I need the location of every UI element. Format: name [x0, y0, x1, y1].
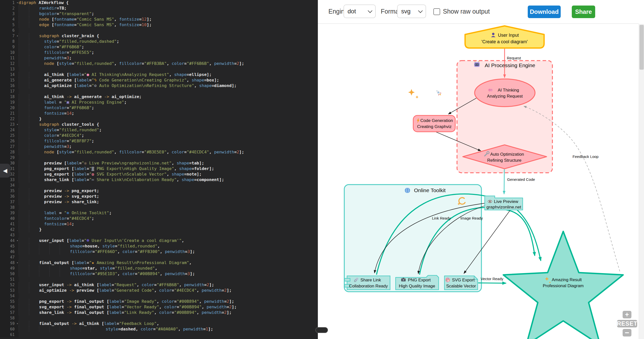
format-select[interactable]: svg [397, 5, 426, 18]
code-line: 16 ai_optimize [label="⚙ Auto Optimizati… [0, 83, 318, 89]
graphviz-diagram: AI Processing Engine Online Toolkit User… [318, 24, 639, 339]
preview-line2: graphvizonline.net [486, 205, 521, 209]
share-link-line1: Share Link [360, 278, 381, 282]
fold-arrow-icon[interactable]: ▾ [17, 260, 18, 266]
code-line: 15 ai_generate [label="ϟ Code Generation… [0, 77, 318, 83]
share-button[interactable]: Share [572, 6, 595, 18]
code-line: 46fillcolor="#FFE66D", color="#FFB300", … [0, 249, 318, 255]
code-line: 53ai_optimize -> preview [label="Generat… [0, 288, 318, 293]
code-line: 33 share_link [label="∞ Share Link\nColl… [0, 177, 318, 183]
code-line: 51 [0, 277, 318, 282]
preview-line1: Live Preview [494, 199, 518, 204]
svg-export-line1: SVG Export [452, 278, 475, 282]
code-line: 19 label = "▣ AI Processing Engine"; [0, 100, 318, 105]
code-line: 36 preview -> svg_export; [0, 194, 318, 199]
code-line: 24 style="filled,rounded"; [0, 127, 318, 133]
fold-arrow-icon[interactable]: ▾ [17, 321, 18, 326]
code-line: 25 color="#4ECDC4"; [0, 133, 318, 138]
ai-think-line2: Analyzing Request [487, 94, 523, 99]
code-line: 47 [0, 255, 318, 260]
code-line: 6 [0, 28, 318, 33]
code-line: 31 png_export [label="◙ PNG Export\nHigh… [0, 166, 318, 172]
zoom-out-button[interactable]: − [623, 329, 631, 336]
edge-label-vector-ready: Vector Ready [481, 277, 504, 281]
code-line: 48▾final_output [label="★ Amazing Result… [0, 260, 318, 266]
rocket-decor-icon [435, 89, 442, 97]
code-line: 2rankdir=TB; [0, 6, 318, 11]
engine-value: dot [348, 8, 356, 15]
zoom-in-button[interactable]: + [623, 311, 631, 318]
code-line: 5edge [fontname="Comic Sans MS", fontsiz… [0, 22, 318, 28]
code-line: 18 ai_think -> ai_generate -> ai_optimiz… [0, 94, 318, 100]
svg-export-line2: Scalable Vector [446, 284, 476, 288]
final-output-line2: Professional Diagram [543, 283, 584, 288]
cluster-brain-label: AI Processing Engine [485, 62, 535, 68]
code-line: 22} [0, 116, 318, 122]
user-input-line2: 'Create a cool diagram' [481, 39, 528, 44]
code-line: 32 svg_export [label="◍ SVG Export\nScal… [0, 172, 318, 177]
fold-arrow-icon[interactable]: ▾ [17, 33, 18, 39]
code-line: 7▾subgraph cluster_brain { [0, 33, 318, 39]
code-line: 42} [0, 227, 318, 232]
zoom-reset-button[interactable]: RESET [617, 320, 637, 327]
code-line: 10 fillcolor="#FFE5E5"; [0, 50, 318, 55]
globe-icon [405, 188, 410, 193]
show-raw-output-checkbox[interactable] [433, 8, 440, 15]
code-line: 43 [0, 232, 318, 238]
fold-arrow-icon[interactable]: ▾ [17, 0, 18, 6]
fold-arrow-icon[interactable]: ▾ [17, 238, 18, 243]
page-scrollbar-thumb[interactable] [639, 25, 644, 70]
ai-optimize-line1: Auto Optimization [490, 152, 524, 157]
code-editor[interactable]: 1▾digraph AIWorkflow {2rankdir=TB;3bgcol… [0, 0, 318, 339]
ai-generate-line2: Creating Graphviz [417, 124, 451, 129]
code-line: 9 color="#FF6B6B"; [0, 44, 318, 50]
code-line: 21 fontsize=14; [0, 111, 318, 116]
code-line: 61 [0, 332, 318, 337]
code-line: 44▾user_input [label="☻ User Input\n'Cre… [0, 238, 318, 243]
code-line: 56svg_export -> final_output [label="Vec… [0, 304, 318, 310]
node-ai-generate [413, 115, 455, 132]
code-line: 20 fontcolor="#FF6B6B"; [0, 105, 318, 111]
edge-label-feedback-loop: Feedback Loop [573, 154, 598, 159]
user-input-line1: User Input [498, 33, 519, 38]
engine-select[interactable]: dot [344, 5, 376, 18]
format-value: svg [401, 8, 410, 15]
edge-generated-code [504, 169, 504, 194]
code-line: 37 preview -> share_link; [0, 199, 318, 205]
page-scrollbar[interactable] [639, 24, 644, 339]
code-line: 11 penwidth=3; [0, 55, 318, 61]
code-line: 28 node [style="filled,rounded", fillcol… [0, 149, 318, 155]
code-line: 4node [fontname="Comic Sans MS", fontsiz… [0, 17, 318, 22]
code-line: 41 fontsize=14; [0, 221, 318, 227]
code-line: 58 [0, 315, 318, 321]
eye-icon [488, 200, 492, 203]
edge-label-link-ready: Link Ready [432, 216, 451, 220]
code-line: 60 style=dashed, color="#A0A0A0", penwid… [0, 326, 318, 332]
code-line: 34 [0, 183, 318, 188]
ai-generate-line1: Code Generation [420, 118, 453, 123]
code-line: 49shape=star, style="filled,rounded", [0, 266, 318, 271]
png-export-line2: High Quality Image [399, 284, 435, 288]
share-link-line2: Collaboration Ready [349, 284, 388, 288]
splitter-drag-handle[interactable] [315, 327, 328, 333]
ai-think-line1: AI Thinking [498, 88, 519, 93]
code-line: 27 penwidth=3; [0, 144, 318, 149]
collapse-panel-handle[interactable]: ◀ [0, 164, 10, 178]
palette-icon [446, 278, 450, 282]
code-line: 54 [0, 293, 318, 299]
code-line: 14 ai_think [label="● AI Thinking\nAnaly… [0, 72, 318, 77]
brain-icon [488, 89, 493, 92]
code-line: 29 [0, 155, 318, 160]
fold-arrow-icon[interactable]: ▾ [17, 122, 18, 127]
code-line: 55png_export -> final_output [label="Ima… [0, 299, 318, 304]
edge-label-generated-code: Generated Code [507, 177, 535, 182]
code-line: 45shape=house, style="filled,rounded", [0, 243, 318, 249]
final-output-line1: Amazing Result [552, 277, 582, 282]
chevron-down-icon [368, 8, 372, 13]
code-line: 59▾final_output -> ai_think [label="Feed… [0, 321, 318, 326]
code-line: 26 fillcolor="#E8F8F7"; [0, 138, 318, 144]
code-line: 8 style="filled,rounded,dashed"; [0, 39, 318, 44]
chevron-left-icon: ◀ [3, 167, 7, 174]
edge-svg-export-to-final [478, 283, 506, 283]
download-button[interactable]: Download [528, 6, 561, 18]
